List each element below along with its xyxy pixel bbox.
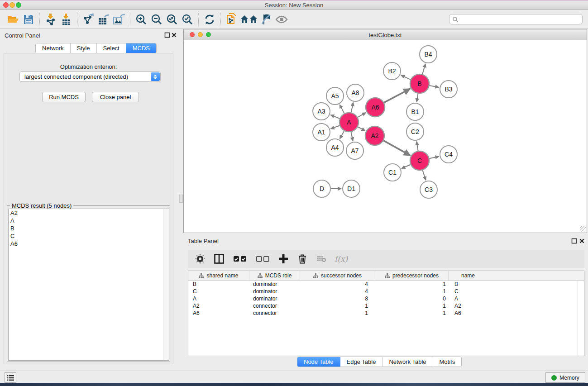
edge-A-A7[interactable] [351,132,353,141]
table-row[interactable]: Bdominator41B [188,281,584,288]
save-session-icon[interactable] [21,12,36,27]
edge-A-A3[interactable] [330,115,339,119]
export-image-icon[interactable] [111,12,127,27]
delete-column-icon[interactable] [296,253,308,265]
table-cell[interactable]: A [449,295,488,302]
node-table[interactable]: shared nameMCDS rolesuccessor nodesprede… [188,271,584,356]
list-item[interactable]: B [9,224,169,232]
table-cell[interactable]: dominator [249,288,300,295]
export-network-icon[interactable] [81,12,96,27]
table-cell[interactable]: 1 [375,288,449,295]
table-cell[interactable]: B [188,281,249,287]
edge-A-A1[interactable] [331,125,340,129]
edge-C-C4[interactable] [429,157,439,159]
memory-button[interactable]: Memory [545,372,585,383]
list-item[interactable]: A6 [9,240,169,248]
zoom-out-icon[interactable] [149,12,164,27]
table-cell[interactable]: B [449,281,488,287]
tab-network-table[interactable]: Network Table [382,357,433,367]
zoom-in-icon[interactable] [134,12,149,27]
first-neighbors-icon[interactable] [239,12,258,27]
table-cell[interactable]: A6 [449,310,488,316]
deselect-all-icon[interactable] [255,253,270,265]
tab-node-table[interactable]: Node Table [297,357,340,367]
refresh-icon[interactable] [202,12,217,27]
edge-A2-C[interactable] [383,141,410,156]
new-network-from-file-icon[interactable] [224,12,239,27]
tab-network[interactable]: Network [36,43,71,53]
criterion-dropdown[interactable]: largest connected component (directed) [19,71,161,82]
edge-A-A4[interactable] [340,131,344,139]
table-row[interactable]: Cdominator41C [188,288,584,295]
list-item[interactable]: C [9,232,169,240]
scrollbar[interactable] [163,209,169,360]
table-cell[interactable]: C [449,288,488,295]
list-item[interactable]: A2 [9,209,169,217]
edge-B-B2[interactable] [401,75,411,80]
list-item[interactable]: A [9,217,169,224]
table-cell[interactable]: 4 [300,288,375,295]
edge-A-A8[interactable] [351,103,354,113]
open-file-icon[interactable] [5,12,21,27]
table-cell[interactable]: 1 [300,310,375,316]
close-panel-button[interactable]: Close panel [92,92,139,102]
edge-C-C3[interactable] [423,170,426,180]
close-panel-icon[interactable] [579,238,585,244]
run-mcds-button[interactable]: Run MCDS [42,92,86,102]
table-cell[interactable]: 1 [300,303,375,309]
edge-C-C1[interactable] [402,165,411,169]
tab-mcds[interactable]: MCDS [126,43,156,53]
search-input[interactable] [459,15,582,24]
zoom-selected-icon[interactable] [180,12,195,27]
zoom-fit-icon[interactable] [164,12,180,27]
hide-selected-icon[interactable] [258,12,274,27]
column-header-name[interactable]: name [449,271,488,280]
edge-C-C2[interactable] [416,142,418,151]
table-cell[interactable]: 1 [375,303,449,309]
split-panel-icon[interactable] [213,253,225,265]
tab-motifs[interactable]: Motifs [433,357,462,367]
export-table-icon[interactable] [96,12,111,27]
tab-select[interactable]: Select [97,43,126,53]
import-network-icon[interactable] [43,12,58,27]
edge-A6-B[interactable] [384,89,410,102]
column-header-predecessor-nodes[interactable]: predecessor nodes [375,271,449,280]
tab-edge-table[interactable]: Edge Table [340,357,383,367]
float-panel-icon[interactable] [571,238,577,244]
network-canvas[interactable]: B4B2BB3B1A5A8A6A3AA1A2C2A4A7C4CC1C3DD1 [184,40,587,233]
column-header-successor-nodes[interactable]: successor nodes [300,271,375,280]
edge-A-A6[interactable] [358,113,366,117]
table-cell[interactable]: A2 [188,303,249,309]
edge-B-B1[interactable] [417,94,418,102]
column-header-MCDS-role[interactable]: MCDS role [249,271,300,280]
table-cell[interactable]: A6 [188,310,249,316]
table-row[interactable]: A2connector11A2 [188,302,584,310]
table-cell[interactable]: C [188,288,249,295]
table-cell[interactable]: 8 [300,295,375,302]
table-cell[interactable]: connector [249,303,300,309]
resize-grip[interactable] [580,226,586,232]
gear-icon[interactable] [194,253,206,265]
table-row[interactable]: A6connector11A6 [188,310,584,317]
table-cell[interactable]: dominator [249,281,300,287]
table-row[interactable]: Adominator80A [188,295,584,302]
edge-A-A5[interactable] [339,105,344,113]
splitter-grip[interactable] [179,195,183,203]
table-cell[interactable]: connector [249,310,300,316]
table-cell[interactable]: 4 [300,281,375,287]
network-window-titlebar[interactable]: testGlobe.txt [184,29,587,40]
task-history-button[interactable] [5,372,16,383]
table-cell[interactable]: dominator [249,295,300,302]
table-cell[interactable]: 0 [375,295,449,302]
tab-style[interactable]: Style [71,43,97,53]
show-all-icon[interactable] [274,12,289,27]
table-cell[interactable]: 1 [375,281,449,287]
close-panel-icon[interactable] [171,32,177,38]
import-table-icon[interactable] [58,12,74,27]
add-column-icon[interactable] [277,253,289,265]
float-panel-icon[interactable] [164,32,170,38]
column-header-shared-name[interactable]: shared name [188,271,249,280]
edge-A-A2[interactable] [358,127,365,131]
table-cell[interactable]: A2 [449,303,488,309]
select-all-icon[interactable] [232,253,248,265]
